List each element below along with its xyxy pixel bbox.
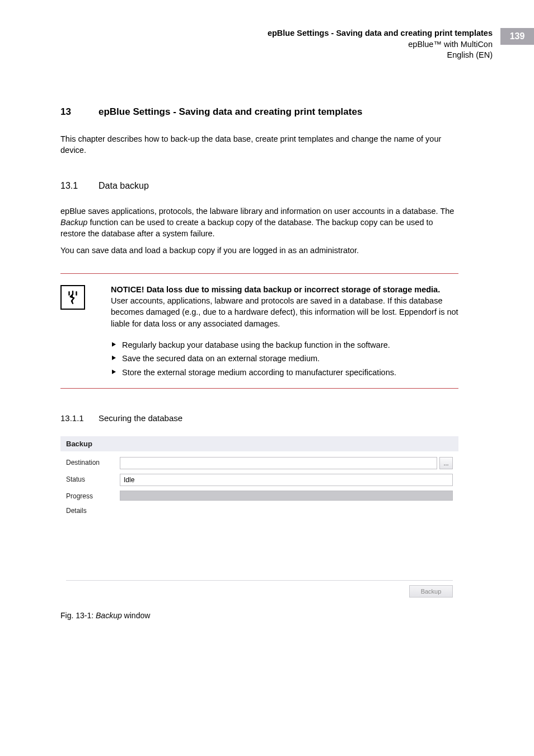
notice-heading: NOTICE! Data loss due to missing data ba… bbox=[111, 285, 440, 294]
details-label: Details bbox=[66, 505, 120, 515]
chapter-title: epBlue Settings - Saving data and creati… bbox=[99, 106, 362, 118]
notice-bullet: Store the external storage medium accord… bbox=[111, 367, 458, 378]
destination-input[interactable] bbox=[120, 457, 437, 469]
header-language: English (EN) bbox=[268, 50, 493, 61]
header-title: epBlue Settings - Saving data and creati… bbox=[268, 28, 493, 39]
progress-label: Progress bbox=[66, 491, 120, 500]
damage-icon bbox=[60, 285, 85, 310]
header-subtitle: epBlue™ with MultiCon bbox=[268, 39, 493, 50]
section-number: 13.1 bbox=[60, 181, 99, 191]
window-title: Backup bbox=[60, 436, 458, 451]
notice-body: User accounts, applications, labware and… bbox=[111, 296, 458, 328]
status-field: Idle bbox=[120, 474, 453, 486]
page-header: epBlue Settings - Saving data and creati… bbox=[268, 28, 534, 61]
notice-box: NOTICE! Data loss due to missing data ba… bbox=[60, 273, 458, 389]
browse-button[interactable]: ... bbox=[439, 457, 453, 469]
figure-caption: Fig. 13-1: Backup window bbox=[60, 611, 458, 620]
subsection-number: 13.1.1 bbox=[60, 413, 99, 423]
subsection-heading: 13.1.1 Securing the database bbox=[60, 413, 458, 423]
chapter-heading: 13 epBlue Settings - Saving data and cre… bbox=[60, 106, 458, 118]
notice-bullet-list: Regularly backup your database using the… bbox=[111, 339, 458, 378]
section-title: Data backup bbox=[99, 181, 149, 191]
section-para-2: You can save data and load a backup copy… bbox=[60, 245, 458, 256]
subsection-title: Securing the database bbox=[99, 413, 182, 423]
backup-window-screenshot: Backup Destination ... Status bbox=[60, 436, 458, 603]
notice-bullet: Regularly backup your database using the… bbox=[111, 339, 458, 351]
destination-label: Destination bbox=[66, 457, 120, 466]
chapter-number: 13 bbox=[60, 106, 99, 118]
page-number-badge: 139 bbox=[500, 28, 534, 45]
section-heading: 13.1 Data backup bbox=[60, 181, 458, 191]
backup-button[interactable]: Backup bbox=[409, 585, 453, 598]
chapter-intro: This chapter describes how to back-up th… bbox=[60, 133, 458, 156]
details-area bbox=[120, 505, 453, 571]
progress-bar bbox=[120, 491, 453, 501]
section-para-1: epBlue saves applications, protocols, th… bbox=[60, 206, 458, 240]
status-label: Status bbox=[66, 474, 120, 483]
notice-bullet: Save the secured data on an external sto… bbox=[111, 353, 458, 364]
